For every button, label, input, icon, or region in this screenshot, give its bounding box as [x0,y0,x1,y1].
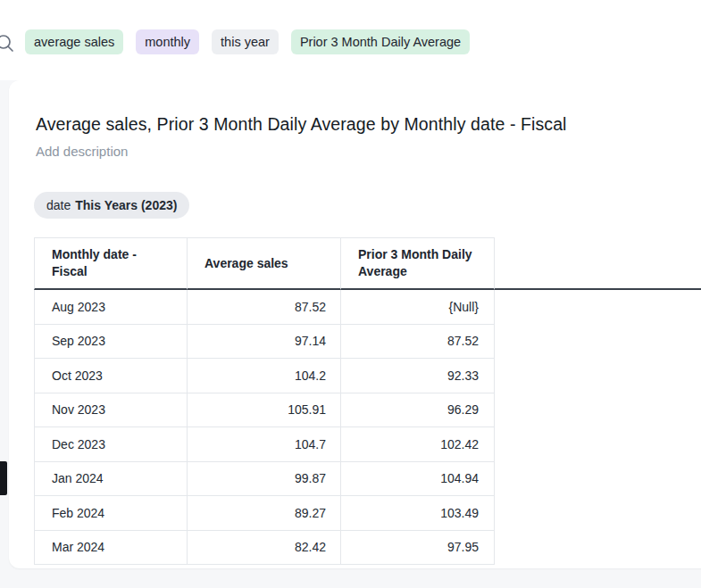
search-token[interactable]: this year [212,29,279,54]
filler-cell [495,325,701,360]
value-cell: 87.52 [188,290,341,325]
value-cell: 104.7 [188,427,341,462]
search-token-list: average salesmonthlythis yearPrior 3 Mon… [25,29,470,54]
value-cell: 104.94 [341,462,495,497]
column-header-prior-3-month[interactable]: Prior 3 Month Daily Average [341,237,495,290]
row-label-cell: Jan 2024 [34,462,188,497]
filler-cell [495,290,701,325]
value-cell: 89.27 [188,496,341,531]
filler-cell [495,496,701,531]
table-header-row: Monthly date - Fiscal Average sales Prio… [34,237,701,290]
value-cell: 104.2 [188,359,341,393]
row-label-cell: Feb 2024 [34,496,188,531]
value-cell: 97.14 [188,325,341,360]
filler-cell [495,359,701,393]
value-cell: 103.49 [341,496,495,531]
value-cell: 105.91 [188,393,341,428]
value-cell: 97.95 [341,531,495,566]
results-table: Monthly date - Fiscal Average sales Prio… [34,237,701,565]
table-row[interactable]: Mar 202482.4297.95 [34,531,701,566]
table-row[interactable]: Sep 202397.1487.52 [34,325,701,360]
add-description-placeholder[interactable]: Add description [36,144,696,159]
table-body: Aug 202387.52{Null}Sep 202397.1487.52Oct… [34,290,701,565]
answer-title: Average sales, Prior 3 Month Daily Avera… [36,114,696,135]
column-header-average-sales[interactable]: Average sales [188,237,341,290]
value-cell: 99.87 [188,462,341,497]
left-edge-bar [0,461,7,495]
filler-cell [495,531,701,566]
date-filter-chip[interactable]: date This Years (2023) [34,192,189,219]
filter-value: This Years (2023) [75,198,177,212]
answer-card: Average sales, Prior 3 Month Daily Avera… [9,80,701,568]
row-label-cell: Aug 2023 [34,290,188,325]
table-row[interactable]: Nov 2023105.9196.29 [34,393,701,428]
table-row[interactable]: Feb 202489.27103.49 [34,496,701,531]
column-header-monthly-date[interactable]: Monthly date - Fiscal [34,237,188,290]
value-cell: 96.29 [341,393,495,428]
filler-cell [495,393,701,428]
table-row[interactable]: Jan 202499.87104.94 [34,462,701,497]
value-cell: 82.42 [188,531,341,566]
table-row[interactable]: Dec 2023104.7102.42 [34,427,701,462]
search-icon[interactable] [0,32,17,59]
table-row[interactable]: Aug 202387.52{Null} [34,290,701,325]
value-cell: 87.52 [341,325,495,360]
row-label-cell: Oct 2023 [34,359,188,393]
value-cell: 92.33 [341,359,495,393]
row-label-cell: Sep 2023 [34,325,188,360]
value-cell: 102.42 [341,427,495,462]
row-label-cell: Mar 2024 [34,531,188,566]
search-token[interactable]: monthly [136,29,199,54]
value-cell: {Null} [341,290,495,325]
table-row[interactable]: Oct 2023104.292.33 [34,359,701,393]
filler-cell [495,427,701,462]
row-label-cell: Nov 2023 [34,393,188,428]
row-label-cell: Dec 2023 [34,427,188,462]
column-header-filler [495,237,701,290]
search-token[interactable]: average sales [25,29,123,54]
search-token[interactable]: Prior 3 Month Daily Average [291,29,470,54]
search-bar[interactable]: average salesmonthlythis yearPrior 3 Mon… [0,0,701,80]
filler-cell [495,462,701,497]
filter-label: date [46,198,71,212]
